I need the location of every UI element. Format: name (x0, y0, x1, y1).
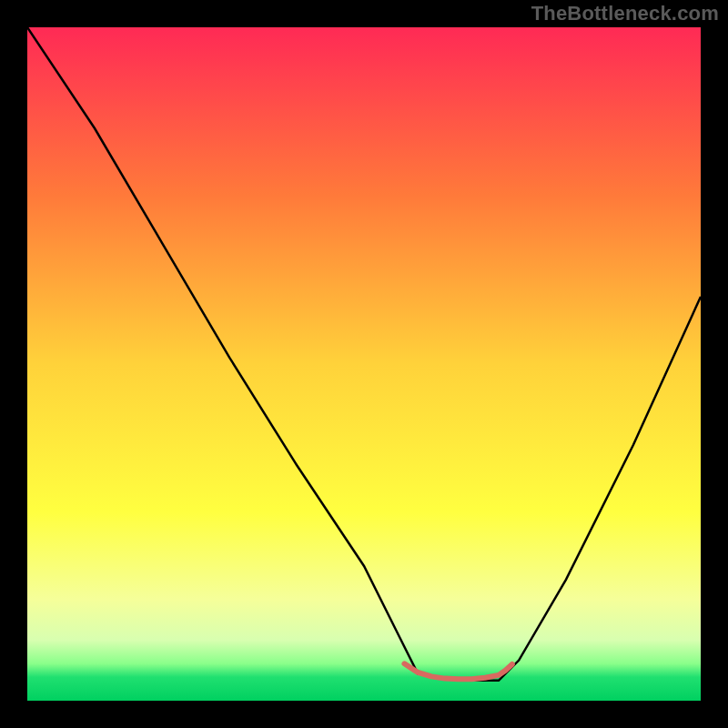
chart-frame: TheBottleneck.com (0, 0, 728, 728)
chart-svg (27, 27, 701, 701)
plot-area (27, 27, 701, 701)
watermark-label: TheBottleneck.com (531, 2, 719, 25)
gradient-background (27, 27, 701, 701)
